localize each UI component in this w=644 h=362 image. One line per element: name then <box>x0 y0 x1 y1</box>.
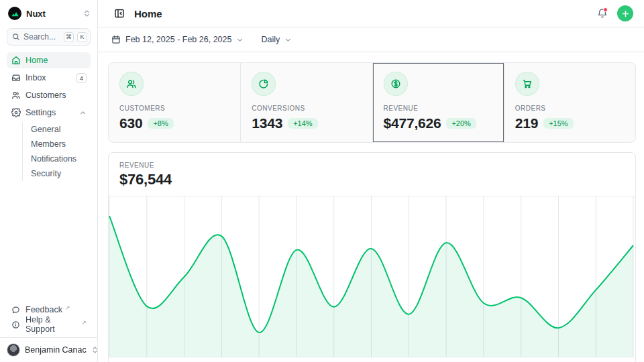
chevron-up-down-icon[interactable] <box>83 9 91 17</box>
stat-card-orders[interactable]: ORDERS 219 +15% <box>504 63 635 142</box>
sidebar-item-inbox[interactable]: Inbox 4 <box>7 70 91 86</box>
chevron-up-down-icon <box>91 346 99 354</box>
inbox-count-badge: 4 <box>76 73 87 83</box>
search-placeholder: Search... <box>23 32 60 42</box>
footer-link-label: Help & Support <box>25 315 78 334</box>
stat-card-conversions[interactable]: CONVERSIONS 1343 +14% <box>240 63 372 142</box>
sidebar-item-members[interactable]: Members <box>31 137 84 152</box>
date-range-label: Feb 12, 2025 - Feb 26, 2025 <box>125 35 231 44</box>
chart-title: REVENUE <box>119 162 625 169</box>
users-icon <box>119 72 144 96</box>
kbd-k: K <box>77 32 87 42</box>
sidebar-item-label: Home <box>25 56 87 65</box>
chevron-down-icon <box>236 36 244 44</box>
chart-total-value: $76,544 <box>119 171 625 188</box>
stat-label: CUSTOMERS <box>119 105 229 112</box>
stat-delta-badge: +8% <box>148 118 173 129</box>
period-label: Daily <box>261 35 280 44</box>
chevron-up-icon <box>79 109 87 117</box>
notification-dot <box>603 7 608 12</box>
subnav-label: Members <box>31 139 66 149</box>
kbd-cmd: ⌘ <box>64 32 74 42</box>
stat-delta-badge: +20% <box>446 118 476 129</box>
sidebar-item-general[interactable]: General <box>31 122 84 137</box>
cart-icon <box>515 72 539 96</box>
sidebar: Nuxt Search... ⌘ K Home Inbox 4 <box>0 0 98 362</box>
add-button[interactable] <box>617 5 633 21</box>
revenue-chart-card: REVENUE $76,544 14 Feb16 Feb18 Feb20 Feb… <box>108 152 636 362</box>
calendar-icon <box>111 35 121 44</box>
notifications-button[interactable] <box>594 5 610 21</box>
subnav-label: General <box>31 125 60 134</box>
stat-value: 219 <box>515 115 538 131</box>
sidebar-item-label: Customers <box>25 90 87 100</box>
subnav-label: Security <box>31 169 61 178</box>
stat-delta-badge: +15% <box>543 118 573 129</box>
sidebar-footer: Feedback ↗ Help & Support ↗ Benjamin Can… <box>0 300 97 362</box>
page-title: Home <box>134 8 588 19</box>
stat-label: CONVERSIONS <box>252 105 361 112</box>
sidebar-item-home[interactable]: Home <box>7 52 91 68</box>
workspace-switcher[interactable]: Nuxt <box>0 0 97 24</box>
stat-value: 630 <box>119 115 142 131</box>
subnav-label: Notifications <box>31 154 76 164</box>
user-menu[interactable]: Benjamin Canac <box>0 337 97 362</box>
sidebar-nav: Home Inbox 4 Customers Settings Genera <box>0 51 97 182</box>
stat-value: 1343 <box>252 115 282 131</box>
sidebar-item-security[interactable]: Security <box>31 166 84 181</box>
date-range-picker[interactable]: Feb 12, 2025 - Feb 26, 2025 <box>111 35 244 44</box>
page-header: Home <box>98 0 644 27</box>
external-link-icon: ↗ <box>81 319 87 326</box>
sidebar-item-customers[interactable]: Customers <box>7 87 91 103</box>
info-circle-icon <box>11 320 21 330</box>
collapse-sidebar-button[interactable] <box>111 5 127 21</box>
inbox-icon <box>11 73 21 83</box>
content: CUSTOMERS 630 +8% CONVERSIONS 1343 +14% <box>98 52 644 362</box>
workspace-name: Nuxt <box>26 9 78 19</box>
home-icon <box>11 56 21 66</box>
external-link-icon: ↗ <box>65 304 70 311</box>
stat-label: REVENUE <box>384 105 493 112</box>
chevron-down-icon <box>284 36 292 44</box>
user-name: Benjamin Canac <box>25 345 87 355</box>
stat-value: $477,626 <box>384 115 441 131</box>
search-icon <box>12 33 20 41</box>
nuxt-logo-icon <box>8 7 21 20</box>
sidebar-item-settings[interactable]: Settings <box>7 105 91 121</box>
stat-delta-badge: +14% <box>288 118 317 129</box>
revenue-area-chart[interactable] <box>109 196 635 360</box>
stat-card-revenue[interactable]: REVENUE $477,626 +20% <box>372 63 504 142</box>
main-area: Home Feb 12, 2025 - Feb 26, 2025 Daily <box>98 0 644 362</box>
stat-card-customers[interactable]: CUSTOMERS 630 +8% <box>109 63 240 142</box>
sidebar-item-label: Settings <box>25 108 74 117</box>
search-input[interactable]: Search... ⌘ K <box>7 28 91 46</box>
dollar-circle-icon <box>384 72 408 96</box>
footer-link-label: Feedback <box>25 305 62 314</box>
settings-subnav: General Members Notifications Security <box>22 122 84 181</box>
help-support-link[interactable]: Help & Support ↗ <box>7 317 91 332</box>
pie-chart-icon <box>252 72 276 96</box>
gear-icon <box>11 108 21 118</box>
avatar <box>7 343 20 357</box>
period-select[interactable]: Daily <box>261 35 292 44</box>
sidebar-item-label: Inbox <box>25 73 72 82</box>
sidebar-item-notifications[interactable]: Notifications <box>31 152 84 166</box>
stat-label: ORDERS <box>515 105 625 112</box>
users-icon <box>11 90 21 101</box>
chart-header: REVENUE $76,544 <box>109 153 635 196</box>
chat-bubble-icon <box>11 305 21 315</box>
filters-toolbar: Feb 12, 2025 - Feb 26, 2025 Daily <box>98 27 644 52</box>
stats-row: CUSTOMERS 630 +8% CONVERSIONS 1343 +14% <box>108 62 636 143</box>
